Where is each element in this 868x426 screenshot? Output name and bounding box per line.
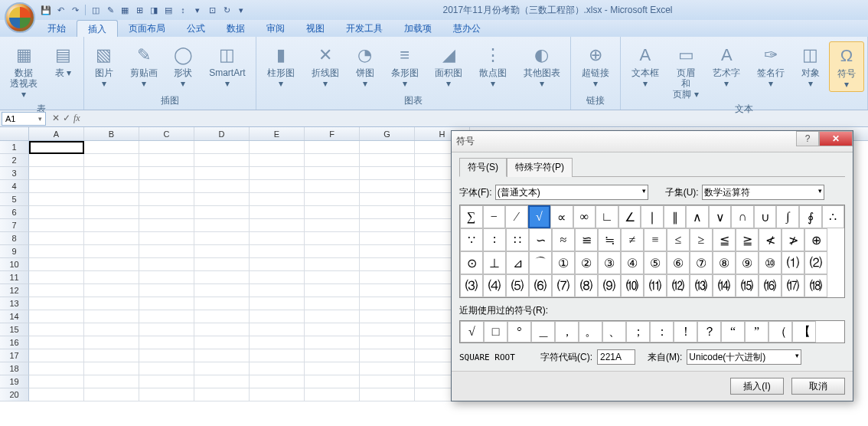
- symbol-cell[interactable]: ⑨: [736, 251, 759, 274]
- symbol-cell[interactable]: ⊥: [483, 251, 506, 274]
- cell[interactable]: [139, 232, 194, 245]
- cell[interactable]: [305, 310, 360, 323]
- cell[interactable]: [305, 193, 360, 206]
- ribbon-btn-图片[interactable]: ▧图片 ▾: [87, 41, 121, 90]
- cancel-button[interactable]: 取消: [791, 378, 845, 395]
- cell[interactable]: [305, 141, 360, 154]
- qat-icon[interactable]: ↕: [177, 4, 189, 16]
- cell[interactable]: [194, 232, 250, 245]
- cell[interactable]: [29, 284, 84, 297]
- symbol-cell[interactable]: ①: [552, 251, 575, 274]
- symbol-cell[interactable]: ⑧: [713, 251, 736, 274]
- cell[interactable]: [29, 349, 84, 362]
- symbol-cell[interactable]: ②: [575, 251, 598, 274]
- row-header-6[interactable]: 6: [0, 206, 29, 219]
- symbol-cell[interactable]: ≮: [759, 228, 782, 251]
- cell[interactable]: [250, 349, 305, 362]
- cell[interactable]: [194, 349, 250, 362]
- row-header-1[interactable]: 1: [0, 141, 29, 154]
- cell[interactable]: [194, 271, 250, 284]
- dialog-tab-0[interactable]: 符号(S): [459, 158, 507, 177]
- cell[interactable]: [84, 284, 139, 297]
- ribbon-btn-形状[interactable]: ◯形状 ▾: [166, 41, 200, 90]
- cell[interactable]: [29, 271, 84, 284]
- cell[interactable]: [360, 336, 415, 349]
- cell[interactable]: [305, 154, 360, 167]
- redo-icon[interactable]: ↷: [69, 4, 81, 16]
- cell[interactable]: [84, 180, 139, 193]
- symbol-cell[interactable]: ≧: [736, 228, 759, 251]
- close-button[interactable]: ✕: [819, 131, 853, 146]
- recent-symbol[interactable]: 、: [602, 321, 626, 342]
- cell[interactable]: [194, 167, 250, 180]
- cell[interactable]: [305, 167, 360, 180]
- ribbon-btn-条形图[interactable]: ≡条形图 ▾: [383, 41, 426, 90]
- cell[interactable]: [194, 206, 250, 219]
- cell[interactable]: [139, 258, 194, 271]
- symbol-cell[interactable]: ≯: [782, 228, 804, 251]
- symbol-cell[interactable]: ∕: [505, 205, 528, 228]
- symbol-cell[interactable]: ∷: [506, 228, 529, 251]
- tab-数据[interactable]: 数据: [216, 20, 256, 37]
- cell[interactable]: [194, 219, 250, 232]
- symbol-cell[interactable]: ≠: [621, 228, 644, 251]
- cell[interactable]: [250, 180, 305, 193]
- symbol-cell[interactable]: ⊙: [460, 251, 483, 274]
- symbol-cell[interactable]: ⒁: [713, 274, 736, 297]
- ribbon-btn-超链接[interactable]: ⊕超链接 ▾: [574, 41, 617, 90]
- row-header-11[interactable]: 11: [0, 271, 29, 284]
- row-header-10[interactable]: 10: [0, 258, 29, 271]
- dialog-titlebar[interactable]: 符号 ? ✕: [452, 131, 853, 152]
- cell[interactable]: [139, 336, 194, 349]
- row-header-15[interactable]: 15: [0, 323, 29, 336]
- symbol-cell[interactable]: ⑼: [598, 274, 621, 297]
- tab-审阅[interactable]: 审阅: [256, 20, 295, 37]
- cell[interactable]: [194, 258, 250, 271]
- ribbon-btn-对象[interactable]: ◫对象 ▾: [794, 41, 827, 90]
- cell[interactable]: [305, 232, 360, 245]
- fx-icon[interactable]: fx: [73, 113, 80, 124]
- cell[interactable]: [250, 245, 305, 258]
- cell[interactable]: [360, 375, 415, 388]
- symbol-cell[interactable]: ∠: [618, 205, 641, 228]
- cell[interactable]: [194, 375, 250, 388]
- symbol-cell[interactable]: ⑿: [667, 274, 690, 297]
- cell[interactable]: [84, 206, 139, 219]
- symbol-cell[interactable]: ⑷: [483, 274, 506, 297]
- recent-symbol[interactable]: □: [484, 321, 507, 342]
- cell[interactable]: [139, 180, 194, 193]
- cell[interactable]: [29, 362, 84, 375]
- symbol-cell[interactable]: ≦: [713, 228, 736, 251]
- cell[interactable]: [360, 245, 415, 258]
- tab-开始[interactable]: 开始: [37, 20, 77, 37]
- cell[interactable]: [139, 284, 194, 297]
- qat-icon[interactable]: ↻: [220, 4, 233, 16]
- cell[interactable]: [250, 154, 305, 167]
- cell[interactable]: [84, 297, 139, 310]
- cell[interactable]: [250, 232, 305, 245]
- cell[interactable]: [139, 271, 194, 284]
- symbol-cell[interactable]: ∣: [641, 205, 664, 228]
- cell[interactable]: [84, 362, 139, 375]
- symbol-cell[interactable]: ⒂: [736, 274, 759, 297]
- row-header-16[interactable]: 16: [0, 336, 29, 349]
- cell[interactable]: [305, 180, 360, 193]
- symbol-cell[interactable]: ≈: [552, 228, 575, 251]
- cell[interactable]: [250, 193, 305, 206]
- cell[interactable]: [29, 258, 84, 271]
- symbol-cell[interactable]: ⑴: [782, 251, 804, 274]
- cell[interactable]: [139, 388, 194, 401]
- cell[interactable]: [305, 219, 360, 232]
- recent-symbol[interactable]: ？: [697, 321, 721, 342]
- row-header-4[interactable]: 4: [0, 180, 29, 193]
- from-select[interactable]: [687, 349, 801, 365]
- symbol-cell[interactable]: ∥: [664, 205, 687, 228]
- cell[interactable]: [139, 167, 194, 180]
- symbol-cell[interactable]: ∧: [686, 205, 709, 228]
- char-code-input[interactable]: [597, 349, 635, 365]
- qat-icon[interactable]: ⊞: [133, 4, 145, 16]
- symbol-cell[interactable]: ⑾: [644, 274, 667, 297]
- col-header-G[interactable]: G: [360, 127, 415, 140]
- recent-symbol[interactable]: “: [721, 321, 745, 342]
- qat-icon[interactable]: ◫: [90, 4, 102, 16]
